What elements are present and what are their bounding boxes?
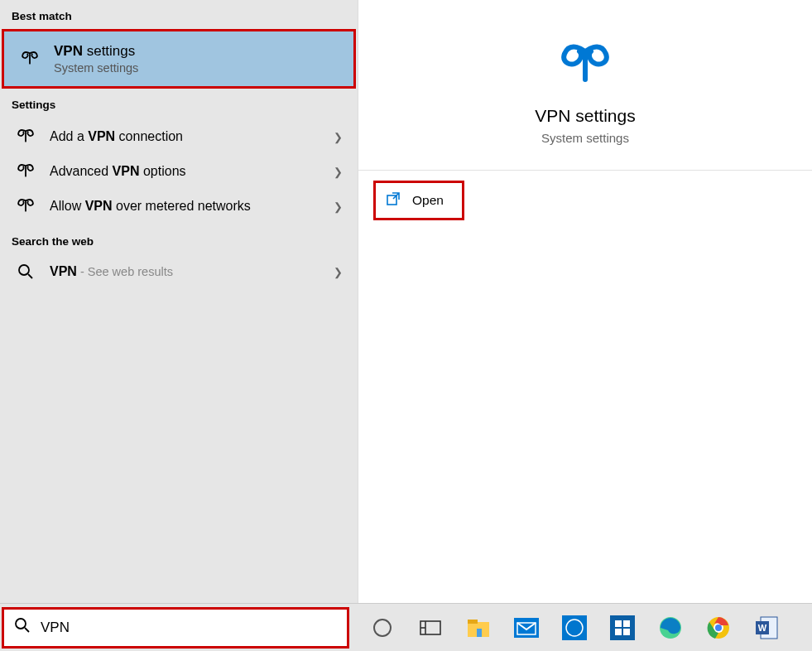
chevron-right-icon: ❯ bbox=[329, 200, 346, 213]
detail-subtitle: System settings bbox=[375, 131, 795, 145]
app-icon[interactable] bbox=[608, 613, 637, 643]
setting-label: Allow VPN over metered networks bbox=[50, 199, 318, 214]
chevron-right-icon: ❯ bbox=[329, 166, 346, 178]
svg-line-4 bbox=[25, 628, 29, 632]
svg-line-1 bbox=[28, 274, 32, 278]
detail-title: VPN settings bbox=[375, 106, 795, 126]
setting-row-metered-vpn[interactable]: Allow VPN over metered networks ❯ bbox=[0, 189, 358, 224]
web-result-label: VPN - See web results bbox=[50, 264, 318, 279]
svg-point-5 bbox=[374, 620, 391, 636]
chevron-right-icon: ❯ bbox=[329, 266, 346, 278]
svg-rect-10 bbox=[468, 620, 478, 624]
detail-panel: VPN settings System settings Open bbox=[358, 0, 812, 603]
divider bbox=[358, 170, 812, 171]
search-input[interactable] bbox=[41, 620, 337, 636]
open-button[interactable]: Open bbox=[373, 181, 464, 220]
chevron-right-icon: ❯ bbox=[329, 131, 346, 143]
setting-label: Advanced VPN options bbox=[50, 164, 318, 179]
task-view-icon[interactable] bbox=[416, 613, 445, 643]
svg-rect-20 bbox=[623, 629, 630, 635]
setting-row-add-vpn[interactable]: Add a VPN connection ❯ bbox=[0, 119, 358, 154]
web-result-row[interactable]: VPN - See web results ❯ bbox=[0, 254, 358, 289]
svg-rect-11 bbox=[477, 629, 482, 637]
best-match-subtitle: System settings bbox=[54, 61, 138, 75]
best-match-title: VPN settings bbox=[54, 43, 138, 60]
dell-icon[interactable] bbox=[560, 613, 589, 643]
svg-point-24 bbox=[715, 624, 722, 631]
open-icon bbox=[386, 191, 401, 210]
vpn-icon bbox=[17, 51, 42, 67]
taskbar: W bbox=[0, 603, 812, 651]
cortana-icon[interactable] bbox=[368, 613, 397, 643]
open-label: Open bbox=[412, 193, 444, 208]
search-icon bbox=[14, 617, 31, 638]
results-panel: Best match VPN settings System settings … bbox=[0, 0, 358, 603]
vpn-icon bbox=[13, 198, 38, 215]
edge-icon[interactable] bbox=[656, 613, 685, 643]
svg-rect-17 bbox=[615, 620, 622, 627]
chrome-icon[interactable] bbox=[704, 613, 733, 643]
setting-row-advanced-vpn[interactable]: Advanced VPN options ❯ bbox=[0, 154, 358, 189]
vpn-icon bbox=[13, 163, 38, 180]
settings-header: Settings bbox=[0, 89, 358, 118]
svg-rect-18 bbox=[623, 620, 630, 627]
file-explorer-icon[interactable] bbox=[464, 613, 493, 643]
svg-text:W: W bbox=[758, 623, 767, 633]
best-match-header: Best match bbox=[0, 0, 358, 29]
svg-point-3 bbox=[16, 619, 26, 629]
best-match-result[interactable]: VPN settings System settings bbox=[2, 29, 356, 89]
taskbar-search-box[interactable] bbox=[2, 607, 349, 649]
svg-rect-16 bbox=[610, 615, 635, 640]
search-web-header: Search the web bbox=[0, 225, 358, 254]
word-icon[interactable]: W bbox=[752, 613, 781, 643]
svg-point-0 bbox=[19, 265, 29, 275]
search-icon bbox=[13, 263, 38, 280]
vpn-icon bbox=[13, 128, 38, 145]
setting-label: Add a VPN connection bbox=[50, 129, 318, 144]
svg-rect-19 bbox=[615, 629, 622, 635]
vpn-icon bbox=[375, 41, 795, 91]
mail-icon[interactable] bbox=[512, 613, 541, 643]
